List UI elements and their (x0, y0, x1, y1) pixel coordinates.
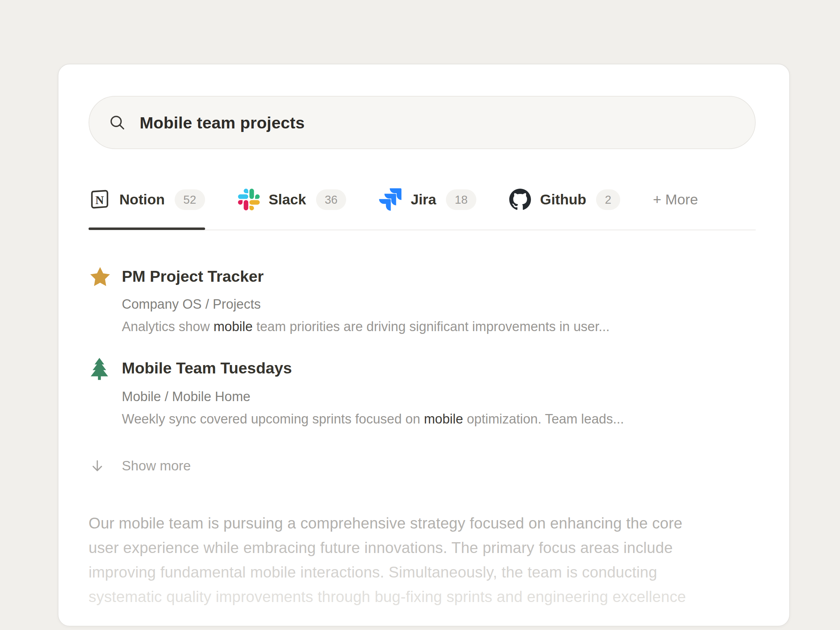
answer-line: user experience while embracing future i… (88, 535, 756, 560)
github-icon (509, 189, 531, 210)
result-mobile-team-tuesdays[interactable]: Mobile Team Tuesdays Mobile / Mobile Hom… (88, 357, 756, 428)
show-more-label: Show more (122, 457, 756, 475)
breadcrumb: Company OS / Projects (122, 295, 756, 313)
result-title: PM Project Tracker (122, 265, 756, 288)
tab-label: Slack (269, 191, 306, 208)
result-pm-project-tracker[interactable]: PM Project Tracker Company OS / Projects… (88, 265, 756, 335)
tab-label: Github (540, 191, 586, 208)
answer-line: systematic quality improvements through … (88, 584, 756, 609)
answer-line: Our mobile team is pursuing a comprehens… (88, 511, 756, 535)
arrow-down-icon (88, 458, 122, 474)
result-snippet: Weekly sync covered upcoming sprints foc… (122, 410, 756, 428)
ai-answer-preview: Our mobile team is pursuing a comprehens… (88, 511, 756, 609)
notion-icon: N (88, 189, 110, 210)
tab-count-badge: 36 (316, 189, 346, 210)
tab-jira[interactable]: Jira 18 (379, 188, 476, 230)
jira-icon (379, 188, 401, 211)
search-input[interactable]: Mobile team projects (140, 113, 305, 132)
star-icon (88, 265, 122, 288)
breadcrumb: Mobile / Mobile Home (122, 388, 756, 405)
tab-count-badge: 52 (175, 189, 205, 210)
search-icon (109, 114, 126, 131)
search-results: PM Project Tracker Company OS / Projects… (88, 265, 756, 428)
svg-text:N: N (95, 194, 104, 207)
tab-notion[interactable]: N Notion 52 (88, 189, 205, 229)
result-snippet: Analytics show mobile team priorities ar… (122, 318, 756, 335)
tab-label: Jira (411, 191, 436, 208)
show-more-button[interactable]: Show more (88, 457, 756, 475)
highlighted-term: mobile (213, 319, 253, 334)
more-tabs-button[interactable]: + More (653, 191, 698, 227)
tree-icon (88, 357, 122, 381)
search-bar[interactable]: Mobile team projects (88, 96, 756, 149)
tab-github[interactable]: Github 2 (509, 189, 620, 229)
source-tabs: N Notion 52 Slack 36 (88, 188, 756, 230)
answer-line: improving fundamental mobile interaction… (88, 560, 756, 584)
slack-icon (238, 189, 260, 210)
highlighted-term: mobile (424, 412, 463, 426)
tab-count-badge: 18 (446, 189, 476, 210)
tab-slack[interactable]: Slack 36 (238, 189, 346, 229)
result-title: Mobile Team Tuesdays (122, 357, 756, 381)
search-modal: Mobile team projects N Notion 52 (58, 64, 790, 627)
tab-count-badge: 2 (596, 189, 620, 210)
tab-label: Notion (119, 191, 165, 208)
